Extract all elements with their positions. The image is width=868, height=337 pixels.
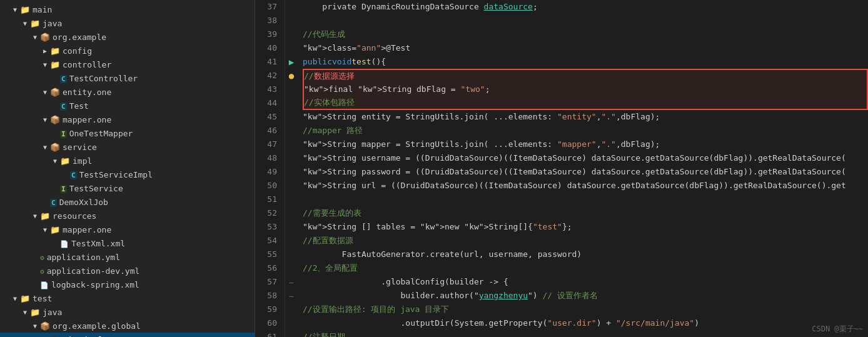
line-number: 43 xyxy=(255,83,277,96)
tree-label: java xyxy=(43,19,62,28)
line-number: 45 xyxy=(255,110,277,124)
tree-item-MybatisPlusGeneratorTest[interactable]: CMybatisPlusGeneratorTest xyxy=(0,333,255,337)
tree-item-DemoXxlJob[interactable]: CDemoXxlJob xyxy=(0,195,255,209)
fold-icon[interactable]: – xyxy=(290,278,294,286)
tree-label: main xyxy=(33,5,52,14)
tree-item-entity.one[interactable]: ▼📦entity.one xyxy=(0,85,255,99)
line-number: 53 xyxy=(255,220,277,234)
code-line: //代码生成 xyxy=(303,28,868,41)
tree-label: OneTestMapper xyxy=(69,129,133,138)
tree-item-main[interactable]: ▼📁main xyxy=(0,3,255,16)
file-icon-yaml: ⚙ xyxy=(40,253,44,262)
code-line: //2、全局配置 xyxy=(303,261,868,275)
gutter-cell xyxy=(285,124,298,138)
gutter-cell xyxy=(285,151,298,165)
file-icon-class-c: C xyxy=(50,335,57,338)
line-number: 48 xyxy=(255,151,277,165)
tree-item-controller[interactable]: ▼📁controller xyxy=(0,58,255,71)
tree-label: TestController xyxy=(69,74,138,83)
tree-item-Test[interactable]: CTest xyxy=(0,99,255,113)
tree-label: service xyxy=(63,143,97,152)
tree-label: impl xyxy=(73,156,92,166)
code-line: "kw">final "kw">String dbFlag = "two"; xyxy=(303,83,868,96)
file-tree: ▼📁main▼📁java▼📦org.example▶📁config▼📁contr… xyxy=(0,0,255,337)
file-icon-folder: 📁 xyxy=(20,294,30,303)
run-icon[interactable]: ▶ xyxy=(289,57,294,67)
code-line: //实体包路径 xyxy=(303,96,868,110)
tree-item-TestService[interactable]: ITestService xyxy=(0,181,255,195)
tree-item-TestController[interactable]: CTestController xyxy=(0,71,255,85)
file-icon-xml: 📄 xyxy=(60,239,69,248)
code-line xyxy=(303,193,868,206)
gutter-cell xyxy=(285,179,298,193)
file-icon-class-c: C xyxy=(70,170,77,179)
line-numbers: 3738394041424344454647484950515253545556… xyxy=(255,0,285,337)
file-icon-package: 📦 xyxy=(50,143,60,152)
tree-item-application.yml[interactable]: ⚙application.yml xyxy=(0,250,255,264)
tree-item-application-dev.yml[interactable]: ⚙application-dev.yml xyxy=(0,264,255,278)
line-number: 46 xyxy=(255,124,277,138)
tree-item-service[interactable]: ▼📦service xyxy=(0,140,255,154)
tree-label: controller xyxy=(63,60,111,69)
tree-item-java[interactable]: ▼📁java xyxy=(0,16,255,30)
tree-item-org.example.global[interactable]: ▼📦org.example.global xyxy=(0,319,255,333)
tree-item-impl[interactable]: ▼📁impl xyxy=(0,154,255,168)
gutter-cell xyxy=(285,0,298,14)
tree-item-org.example[interactable]: ▼📦org.example xyxy=(0,30,255,44)
file-icon-class-i: I xyxy=(60,184,67,193)
tree-item-java2[interactable]: ▼📁java xyxy=(0,305,255,319)
code-line: "kw">String password = ((DruidDataSource… xyxy=(303,165,868,179)
code-editor: 3738394041424344454647484950515253545556… xyxy=(255,0,868,337)
code-line: //数据源选择 xyxy=(303,69,868,83)
tree-item-TestServiceImpl[interactable]: CTestServiceImpl xyxy=(0,168,255,181)
file-icon-package: 📦 xyxy=(50,115,60,124)
tree-item-resources[interactable]: ▼📁resources xyxy=(0,209,255,223)
tree-item-mapper.one[interactable]: ▼📦mapper.one xyxy=(0,113,255,126)
line-number: 51 xyxy=(255,193,277,206)
tree-item-test[interactable]: ▼📁test xyxy=(0,291,255,305)
line-number: 44 xyxy=(255,96,277,110)
gutter-cell xyxy=(285,193,298,206)
tree-label: TestService xyxy=(69,184,123,193)
code-line: "kw">String username = ((DruidDataSource… xyxy=(303,151,868,165)
tree-item-OneTestMapper[interactable]: IOneTestMapper xyxy=(0,126,255,140)
file-icon-xml: 📄 xyxy=(40,280,49,289)
line-number: 42 xyxy=(255,69,277,83)
code-line: .globalConfig(builder -> { xyxy=(303,275,868,289)
line-number: 57 xyxy=(255,275,277,289)
line-number: 60 xyxy=(255,316,277,330)
gutter-cell xyxy=(285,261,298,275)
tree-item-TestXml.xml[interactable]: 📄TestXml.xml xyxy=(0,236,255,250)
tree-label: application.yml xyxy=(47,253,120,262)
line-number: 37 xyxy=(255,0,277,14)
gutter-cell xyxy=(285,96,298,110)
file-icon-folder-blue: 📁 xyxy=(30,19,40,28)
tree-label: java xyxy=(43,308,62,317)
gutter-cell: – xyxy=(285,289,298,303)
tree-item-config[interactable]: ▶📁config xyxy=(0,44,255,58)
gutter-cell xyxy=(285,330,298,337)
gutter-cell: ▶ xyxy=(285,55,298,69)
code-line: public void test(){ xyxy=(303,55,868,69)
code-line: //注释日期 xyxy=(303,330,868,337)
line-number: 56 xyxy=(255,261,277,275)
file-icon-class-c: C xyxy=(60,101,67,111)
line-number: 58 xyxy=(255,289,277,303)
code-line: private DynamicRoutingDataSource dataSou… xyxy=(303,0,868,14)
tree-label: entity.one xyxy=(63,88,111,97)
gutter-cell xyxy=(285,165,298,179)
tree-label: MybatisPlusGeneratorTest xyxy=(59,335,177,338)
tree-label: application-dev.yml xyxy=(47,266,140,276)
file-icon-package: 📦 xyxy=(40,321,50,331)
fold-icon[interactable]: – xyxy=(290,292,294,300)
file-icon-class-c: C xyxy=(60,74,67,83)
line-number: 61 xyxy=(255,330,277,337)
tree-item-logback-spring.xml[interactable]: 📄logback-spring.xml xyxy=(0,278,255,291)
tree-label: resources xyxy=(53,211,96,221)
code-line: //需要生成的表 xyxy=(303,206,868,220)
tree-label: TestServiceImpl xyxy=(79,170,153,179)
tree-item-mapper.one2[interactable]: ▼📁mapper.one xyxy=(0,223,255,236)
file-icon-package: 📦 xyxy=(40,33,50,42)
file-icon-class-c: C xyxy=(50,198,57,207)
line-number: 47 xyxy=(255,138,277,151)
